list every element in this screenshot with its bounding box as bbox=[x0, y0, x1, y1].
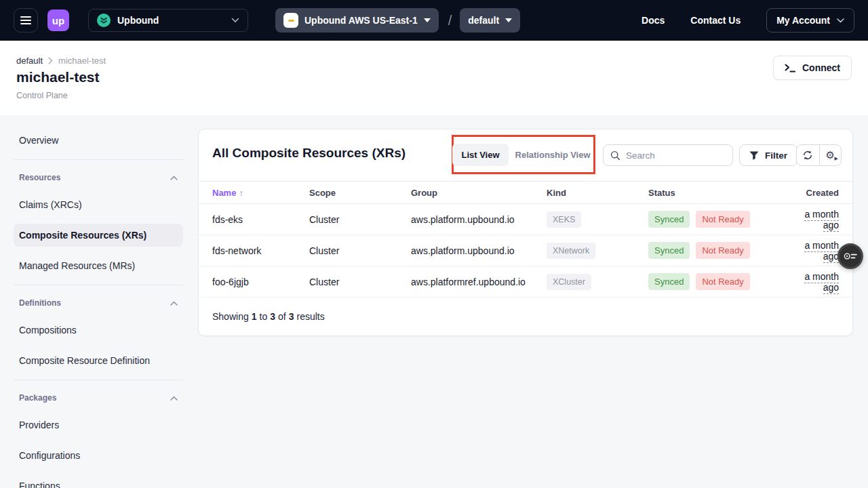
sidebar-section-definitions[interactable]: Definitions bbox=[14, 296, 183, 310]
cell-name[interactable]: fds-network bbox=[212, 245, 309, 256]
relationship-view-tab[interactable]: Relationship View bbox=[511, 144, 595, 166]
sidebar-section-resources[interactable]: Resources bbox=[14, 170, 183, 185]
results-to: 3 bbox=[270, 311, 275, 322]
org-selector[interactable]: Upbound bbox=[88, 9, 248, 32]
breadcrumb-chevron-icon bbox=[48, 57, 53, 64]
cell-name[interactable]: fds-eks bbox=[212, 214, 309, 225]
sidebar-item-composite-resource-definition[interactable]: Composite Resource Definition bbox=[14, 349, 183, 372]
terminal-icon bbox=[785, 64, 795, 73]
sidebar-section-resources-label: Resources bbox=[19, 173, 60, 182]
docs-link[interactable]: Docs bbox=[642, 15, 665, 26]
control-plane-selector[interactable]: Upbound AWS US-East-1 bbox=[275, 8, 439, 33]
created-timestamp[interactable]: a month ago bbox=[804, 240, 839, 263]
results-from: 1 bbox=[252, 311, 257, 322]
table-row[interactable]: fds-eks Cluster aws.platform.upbound.io … bbox=[199, 204, 852, 235]
upbound-logo[interactable]: up bbox=[47, 9, 69, 31]
sidebar-section-definitions-label: Definitions bbox=[19, 298, 61, 308]
chevron-up-icon bbox=[170, 301, 178, 306]
feedback-widget-button[interactable] bbox=[837, 243, 863, 269]
panel-header: All Composite Resources (XRs) List View … bbox=[199, 129, 852, 181]
refresh-button[interactable] bbox=[797, 145, 819, 165]
status-badge-not-ready: Not Ready bbox=[696, 273, 749, 290]
column-header-scope: Scope bbox=[309, 188, 411, 198]
page-header: default michael-test michael-test Contro… bbox=[0, 41, 868, 115]
org-avatar-icon bbox=[97, 14, 111, 27]
survey-icon bbox=[844, 251, 858, 262]
refresh-controls: ⚙▶ bbox=[796, 144, 842, 166]
sidebar-item-overview[interactable]: Overview bbox=[14, 129, 183, 152]
top-navbar: up Upbound Upbound AWS US-East-1 / defau… bbox=[0, 0, 868, 41]
cell-group: aws.platform.upbound.io bbox=[411, 214, 547, 225]
column-header-name[interactable]: Name ↑ bbox=[212, 188, 309, 198]
list-view-tab[interactable]: List View bbox=[452, 144, 508, 166]
connect-button[interactable]: Connect bbox=[773, 56, 852, 80]
gear-play-icon: ⚙▶ bbox=[826, 150, 835, 161]
status-badge-not-ready: Not Ready bbox=[696, 242, 749, 259]
chevron-down-icon bbox=[837, 18, 844, 23]
sidebar: Overview Resources Claims (XRCs) Composi… bbox=[14, 129, 183, 488]
sidebar-divider bbox=[14, 159, 183, 160]
sidebar-item-composite-resources[interactable]: Composite Resources (XRs) bbox=[14, 224, 183, 247]
column-header-created: Created bbox=[791, 188, 839, 198]
page-title: michael-test bbox=[16, 69, 100, 85]
cell-scope: Cluster bbox=[309, 214, 411, 225]
group-selector-label: default bbox=[468, 15, 499, 26]
column-header-kind: Kind bbox=[547, 188, 648, 198]
table-row[interactable]: foo-6jgjb Cluster aws.platformref.upboun… bbox=[199, 266, 852, 298]
column-header-status: Status bbox=[648, 188, 791, 198]
sidebar-section-packages[interactable]: Packages bbox=[14, 390, 183, 405]
sidebar-item-claims[interactable]: Claims (XRCs) bbox=[14, 193, 183, 216]
kind-badge: XCluster bbox=[547, 274, 591, 290]
panel-title: All Composite Resources (XRs) bbox=[212, 146, 406, 161]
filter-button-label: Filter bbox=[765, 150, 787, 161]
group-selector[interactable]: default bbox=[460, 8, 520, 33]
my-account-label: My Account bbox=[776, 15, 830, 26]
refresh-icon bbox=[802, 150, 813, 161]
chevron-down-icon bbox=[231, 18, 239, 23]
my-account-button[interactable]: My Account bbox=[766, 8, 854, 33]
table-row[interactable]: fds-network Cluster aws.platform.upbound… bbox=[199, 235, 852, 266]
status-badge-not-ready: Not Ready bbox=[696, 211, 749, 228]
contact-us-link[interactable]: Contact Us bbox=[690, 15, 741, 26]
created-timestamp[interactable]: a month ago bbox=[804, 271, 839, 294]
results-summary: Showing 1 to 3 of 3 results bbox=[199, 298, 852, 336]
sidebar-item-compositions[interactable]: Compositions bbox=[14, 319, 183, 342]
chevron-down-icon bbox=[424, 18, 431, 22]
cell-name[interactable]: foo-6jgjb bbox=[212, 277, 309, 287]
kind-badge: XEKS bbox=[547, 211, 581, 228]
page-subtitle: Control Plane bbox=[16, 91, 68, 100]
sidebar-item-configurations[interactable]: Configurations bbox=[14, 444, 183, 467]
sidebar-divider bbox=[14, 285, 183, 285]
breadcrumb-group[interactable]: default bbox=[16, 56, 43, 66]
status-badge-synced: Synced bbox=[648, 211, 690, 228]
cell-group: aws.platform.upbound.io bbox=[411, 245, 547, 256]
view-toggle-annotation-highlight: List View Relationship View bbox=[452, 135, 595, 174]
search-icon bbox=[610, 150, 620, 161]
chevron-down-icon bbox=[505, 18, 512, 22]
filter-button[interactable]: Filter bbox=[739, 144, 797, 166]
status-badge-synced: Synced bbox=[648, 242, 690, 259]
auto-refresh-settings-button[interactable]: ⚙▶ bbox=[819, 145, 842, 165]
connect-button-label: Connect bbox=[802, 62, 840, 73]
cell-scope: Cluster bbox=[309, 277, 411, 287]
cell-scope: Cluster bbox=[309, 245, 411, 256]
path-separator: / bbox=[448, 13, 452, 28]
sidebar-section-packages-label: Packages bbox=[19, 393, 56, 403]
funnel-icon bbox=[749, 151, 759, 160]
sort-ascending-icon: ↑ bbox=[239, 188, 243, 198]
control-plane-icon bbox=[283, 13, 298, 28]
column-header-group: Group bbox=[411, 188, 547, 198]
created-timestamp[interactable]: a month ago bbox=[804, 209, 839, 232]
hamburger-menu-icon[interactable] bbox=[14, 8, 38, 33]
sidebar-item-functions[interactable]: Functions bbox=[14, 474, 183, 488]
chevron-up-icon bbox=[170, 176, 178, 180]
breadcrumb-current: michael-test bbox=[58, 56, 106, 66]
search-input[interactable] bbox=[626, 150, 726, 161]
search-box bbox=[603, 144, 733, 166]
breadcrumb: default michael-test bbox=[16, 56, 106, 66]
chevron-up-icon bbox=[170, 396, 178, 401]
composite-resources-panel: All Composite Resources (XRs) List View … bbox=[198, 129, 853, 336]
sidebar-item-providers[interactable]: Providers bbox=[14, 413, 183, 436]
sidebar-divider bbox=[14, 380, 183, 380]
sidebar-item-managed-resources[interactable]: Managed Resources (MRs) bbox=[14, 254, 183, 277]
